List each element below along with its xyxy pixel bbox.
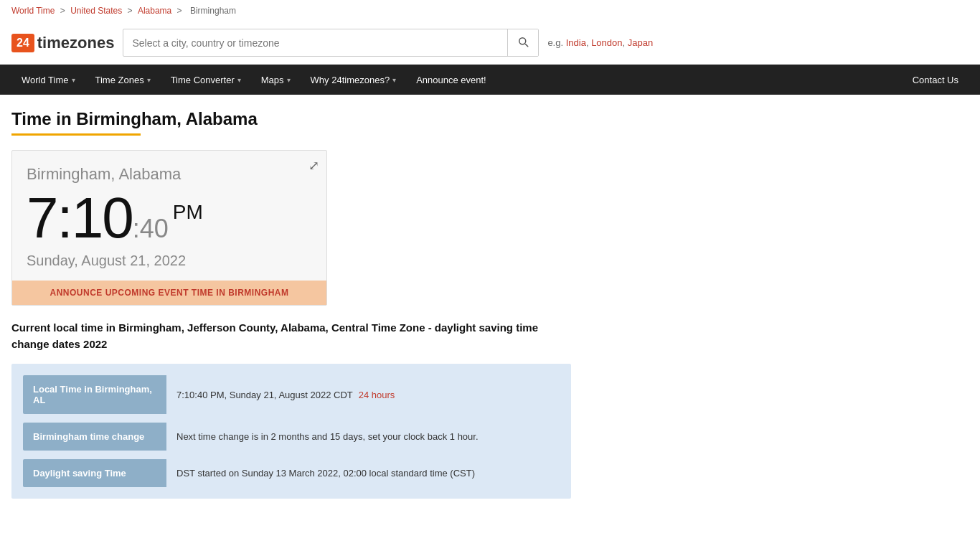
clock-time-display: 7:10 :40 PM — [12, 189, 326, 247]
info-value-dst: DST started on Sunday 13 March 2022, 02:… — [166, 459, 560, 487]
eg-links: e.g. India, London, Japan — [547, 37, 653, 48]
breadcrumb-sep-1: > — [60, 6, 67, 16]
logo-link[interactable]: 24 timezones — [11, 34, 114, 52]
page-description: Current local time in Birmingham, Jeffer… — [11, 320, 571, 352]
breadcrumb: World Time > United States > Alabama > B… — [0, 0, 980, 22]
navbar: World Time ▾ Time Zones ▾ Time Converter… — [0, 65, 980, 95]
chevron-down-icon: ▾ — [237, 76, 241, 84]
chevron-down-icon: ▾ — [392, 76, 396, 84]
search-icon — [517, 35, 529, 48]
nav-contact[interactable]: Contact Us — [903, 65, 969, 95]
eg-india[interactable]: India — [566, 37, 586, 48]
clock-date: Sunday, August 21, 2022 — [12, 247, 326, 281]
nav-time-converter-label: Time Converter — [171, 75, 235, 85]
breadcrumb-birmingham: Birmingham — [190, 6, 236, 16]
clock-hours-minutes: 7:10 — [27, 189, 133, 247]
logo-number: 24 — [11, 34, 34, 52]
clock-city: Birmingham, Alabama — [12, 151, 326, 189]
breadcrumb-united-states[interactable]: United States — [70, 6, 122, 16]
info-table: Local Time in Birmingham, AL 7:10:40 PM,… — [11, 364, 571, 499]
header: 24 timezones e.g. India, London, Japan — [0, 22, 980, 65]
clock-seconds: :40 — [133, 214, 169, 244]
nav-maps-label: Maps — [261, 75, 284, 85]
eg-london[interactable]: London — [591, 37, 622, 48]
nav-time-zones[interactable]: Time Zones ▾ — [85, 65, 161, 95]
announce-bar[interactable]: ANNOUNCE UPCOMING EVENT TIME IN BIRMINGH… — [12, 281, 326, 305]
nav-why[interactable]: Why 24timezones? ▾ — [301, 65, 407, 95]
info-value-local-time: 7:10:40 PM, Sunday 21, August 2022 CDT 2… — [166, 375, 560, 414]
info-label-local-time: Local Time in Birmingham, AL — [23, 375, 166, 414]
nav-world-time-label: World Time — [22, 75, 69, 85]
breadcrumb-sep-2: > — [128, 6, 135, 16]
breadcrumb-world-time[interactable]: World Time — [11, 6, 55, 16]
search-input[interactable] — [123, 32, 507, 55]
time-change-text: Next time change is in 2 months and 15 d… — [176, 431, 479, 442]
info-value-time-change: Next time change is in 2 months and 15 d… — [166, 423, 560, 451]
nav-contact-label: Contact Us — [913, 75, 958, 85]
nav-time-converter[interactable]: Time Converter ▾ — [161, 65, 251, 95]
search-container — [123, 29, 539, 57]
eg-label: e.g. — [547, 37, 563, 48]
search-button[interactable] — [507, 29, 538, 56]
info-row-time-change: Birmingham time change Next time change … — [23, 423, 560, 451]
info-label-dst: Daylight saving Time — [23, 459, 166, 487]
info-label-time-change: Birmingham time change — [23, 423, 166, 451]
breadcrumb-sep-3: > — [177, 6, 184, 16]
expand-button[interactable]: ⤢ — [308, 158, 319, 174]
page-title: Time in Birmingham, Alabama — [11, 109, 849, 129]
nav-why-label: Why 24timezones? — [311, 75, 390, 85]
chevron-down-icon: ▾ — [72, 76, 75, 84]
title-underline — [11, 133, 141, 136]
nav-announce[interactable]: Announce event! — [406, 65, 496, 95]
info-row-local-time: Local Time in Birmingham, AL 7:10:40 PM,… — [23, 375, 560, 414]
main-content: Time in Birmingham, Alabama ⤢ Birmingham… — [0, 95, 861, 513]
info-row-dst: Daylight saving Time DST started on Sund… — [23, 459, 560, 487]
clock-ampm: PM — [173, 201, 203, 224]
logo-text: timezones — [37, 34, 115, 52]
dst-text: DST started on Sunday 13 March 2022, 02:… — [176, 468, 475, 479]
local-time-text: 7:10:40 PM, Sunday 21, August 2022 CDT — [176, 390, 353, 400]
nav-time-zones-label: Time Zones — [95, 75, 144, 85]
chevron-down-icon: ▾ — [287, 76, 291, 84]
nav-maps[interactable]: Maps ▾ — [251, 65, 301, 95]
nav-world-time[interactable]: World Time ▾ — [11, 65, 85, 95]
clock-hour: 7 — [27, 186, 57, 250]
clock-widget: ⤢ Birmingham, Alabama 7:10 :40 PM Sunday… — [11, 150, 327, 306]
breadcrumb-alabama[interactable]: Alabama — [138, 6, 171, 16]
clock-minute: 10 — [72, 186, 133, 250]
eg-japan[interactable]: Japan — [628, 37, 653, 48]
24-hours-link[interactable]: 24 hours — [359, 390, 395, 400]
chevron-down-icon: ▾ — [147, 76, 151, 84]
nav-announce-label: Announce event! — [416, 75, 486, 85]
